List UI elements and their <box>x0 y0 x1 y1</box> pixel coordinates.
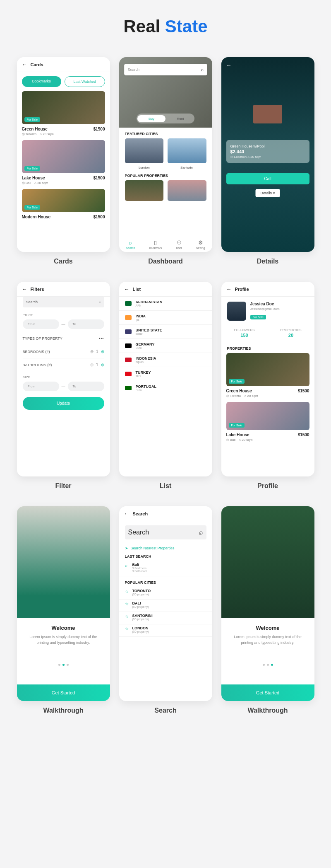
star-icon: ☆ <box>125 602 129 606</box>
country-item[interactable]: INDONESIArupiah <box>119 353 212 367</box>
filter-screen: ←Filters Search⌕ PRICE From — To TYPES O… <box>17 282 110 476</box>
country-item[interactable]: UNITED STATEdollar <box>119 325 212 339</box>
property-card[interactable]: For Sale Lake House$1500 ◎ Bali⌂ 20 sqm <box>22 140 105 185</box>
more-icon[interactable]: ••• <box>99 336 104 341</box>
back-icon[interactable]: ← <box>226 286 232 292</box>
cards-screen: ←Cards Bookmarks Last Watched For Sale G… <box>17 57 110 252</box>
back-icon[interactable]: ← <box>124 286 130 292</box>
search-input[interactable]: Search⌕ <box>124 64 207 75</box>
walkthrough-screen: Welcome Lorem Ipsum is simply dummy text… <box>221 506 314 701</box>
page-dots <box>17 664 110 666</box>
price-from-input[interactable]: From <box>23 319 59 329</box>
property-tile[interactable] <box>168 180 206 201</box>
country-item[interactable]: PORTUGALEuro <box>119 381 212 395</box>
search-input[interactable]: Search⌕ <box>125 525 206 539</box>
plus-icon[interactable]: ⊕ <box>101 349 104 354</box>
avatar[interactable] <box>227 302 246 321</box>
page-title: Real State <box>8 17 323 36</box>
property-card[interactable]: For Sale Lake House$1500 ◎ Bali⌂ 20 sqm <box>226 402 309 442</box>
bookmarks-tab[interactable]: Bookmarks <box>22 76 62 87</box>
walkthrough-screen: Welcome Lorem Ipsum is simply dummy text… <box>17 506 110 701</box>
country-item[interactable]: AFGHANISTANAFN <box>119 297 212 311</box>
flag-icon <box>125 315 132 320</box>
user-icon: ⚇ <box>176 239 182 246</box>
country-item[interactable]: INDIAIps <box>119 311 212 325</box>
call-button[interactable]: Call <box>226 173 309 184</box>
nav-user[interactable]: ⚇User <box>176 239 182 249</box>
city-tile[interactable]: Santorini <box>168 138 206 169</box>
city-item[interactable]: ☆TORONTO(50 property) <box>119 587 212 600</box>
country-item[interactable]: TURKEYTRY <box>119 367 212 381</box>
back-icon[interactable]: ← <box>124 510 130 517</box>
search-icon: ⌕ <box>199 529 203 536</box>
back-icon[interactable]: ← <box>22 61 27 68</box>
search-input[interactable]: Search⌕ <box>23 297 104 307</box>
nav-setting[interactable]: ⚙Setting <box>196 239 205 249</box>
property-info-card: Green House w/Pool $2,440 ◎ Location ⌂ 2… <box>226 140 309 163</box>
properties-stat[interactable]: PROPERTIES20 <box>280 328 301 338</box>
property-card[interactable]: For Sale Green House$1500 ◎ Toronto⌂ 20 … <box>22 91 105 136</box>
flag-icon <box>125 301 132 306</box>
flag-icon <box>125 386 132 390</box>
nearest-link[interactable]: ➤Search Nearest Properties <box>119 544 212 553</box>
star-icon: ☆ <box>125 589 129 594</box>
search-screen: ←Search Search⌕ ➤Search Nearest Properti… <box>119 506 212 701</box>
star-icon: ☆ <box>125 626 129 631</box>
last-watched-tab[interactable]: Last Watched <box>65 76 105 87</box>
flag-icon <box>125 372 132 376</box>
price-to-input[interactable]: To <box>68 319 104 329</box>
minus-icon[interactable]: ⊖ <box>90 349 94 354</box>
dashboard-screen: Search⌕ Buy Rent FEATURED CITIES London … <box>119 57 212 252</box>
last-search-item[interactable]: ⌕ Bali 3 Bedroom 3 Bathroom <box>119 561 212 576</box>
property-card[interactable]: For Sale Green House$1500 ◎ Toronto⌂ 20 … <box>226 353 309 398</box>
search-icon: ⌕ <box>126 239 135 246</box>
profile-screen: ←Profile Jessica Doe Jessica@gmail.com F… <box>221 282 314 476</box>
star-icon: ☆ <box>125 614 129 619</box>
bookmark-icon: ▯ <box>149 239 162 246</box>
gear-icon: ⚙ <box>196 239 205 246</box>
size-from-input[interactable]: From <box>23 382 59 391</box>
buy-rent-toggle[interactable]: Buy Rent <box>137 114 194 123</box>
back-icon[interactable]: ← <box>22 286 27 292</box>
property-card[interactable]: For Sale Modern House$1500 <box>22 189 105 219</box>
nav-search[interactable]: ⌕Search <box>126 239 135 249</box>
get-started-button[interactable]: Get Started <box>221 684 314 701</box>
country-item[interactable]: GERMANYEuro <box>119 339 212 353</box>
details-dropdown[interactable]: Details ▾ <box>255 189 280 197</box>
followers-stat[interactable]: FOLLOWERS150 <box>234 328 254 338</box>
flag-icon <box>125 358 132 362</box>
page-dots <box>221 664 314 666</box>
update-button[interactable]: Update <box>23 397 104 410</box>
details-screen: ← Green House w/Pool $2,440 ◎ Location ⌂… <box>221 57 314 252</box>
minus-icon[interactable]: ⊖ <box>90 363 94 367</box>
city-item[interactable]: ☆LONDON(50 property) <box>119 624 212 637</box>
get-started-button[interactable]: Get Started <box>17 684 110 701</box>
list-screen: ←List AFGHANISTANAFNINDIAIpsUNITED STATE… <box>119 282 212 476</box>
city-tile[interactable]: London <box>125 138 164 169</box>
nav-bookmark[interactable]: ▯Bookmark <box>149 239 162 249</box>
cards-title: Cards <box>31 62 43 67</box>
plus-icon[interactable]: ⊕ <box>101 363 104 367</box>
property-tile[interactable] <box>125 180 164 201</box>
search-icon: ⌕ <box>125 563 127 568</box>
search-icon: ⌕ <box>99 300 101 304</box>
flag-icon <box>125 329 132 334</box>
search-icon[interactable]: ⌕ <box>201 67 204 73</box>
size-to-input[interactable]: To <box>68 382 104 391</box>
flag-icon <box>125 343 132 348</box>
back-icon[interactable]: ← <box>226 62 232 68</box>
location-icon: ➤ <box>125 546 128 550</box>
city-item[interactable]: ☆SANTORINI(50 property) <box>119 612 212 624</box>
city-item[interactable]: ☆BALI(50 property) <box>119 600 212 612</box>
